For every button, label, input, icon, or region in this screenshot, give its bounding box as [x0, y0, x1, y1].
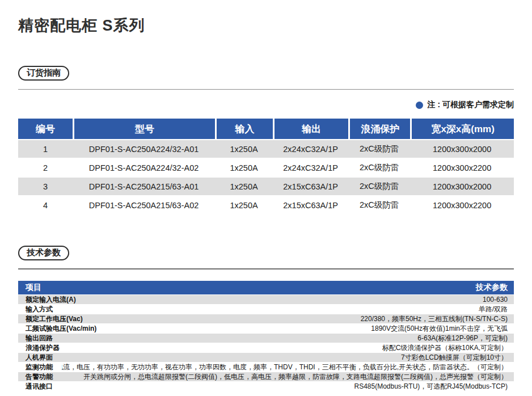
tech-params-header-row: 项目 技术参数: [18, 281, 514, 294]
ordering-table-header-row: 编号型号输入输出浪涌保护宽x深x高(mm): [18, 119, 514, 139]
table-cell: 3: [18, 178, 73, 195]
param-label: 输出回路: [26, 334, 53, 343]
table-row: 1DPF01-S-AC250A224/32-A011x250A2x24xC32A…: [18, 140, 514, 158]
table-cell: 2x15xC63A/1P: [273, 196, 348, 214]
table-cell: 1200x300x2200: [410, 159, 514, 176]
table-cell: 1200x300x2000: [410, 178, 514, 195]
note-text: 注 : 可根据客户需求定制: [428, 100, 514, 110]
param-value: RS485(Modbus-RTU)，可选配RJ45(Modbus-TCP): [62, 382, 508, 391]
table-cell: 2x24xC32A/1P: [273, 140, 348, 158]
table-cell: 2xC级防雷: [348, 196, 410, 214]
section-badge-tech-params: 技术参数: [18, 246, 69, 260]
param-label: 工频试验电压(Vac/min): [26, 324, 96, 334]
param-value: 220/380，频率50Hz，三相五线制(TN-S/TN-C-S): [92, 314, 508, 324]
table-cell: 2x24xC32A/1P: [273, 159, 348, 176]
param-value: 6-63A(标准12P-96P，可定制): [62, 334, 508, 343]
param-label: 人机界面: [26, 353, 53, 363]
table-cell: 2xC级防雷: [348, 178, 410, 195]
section-divider: [18, 89, 514, 90]
table-cell: 1x250A: [215, 159, 273, 176]
ordering-table: 编号型号输入输出浪涌保护宽x深x高(mm) 1DPF01-S-AC250A224…: [18, 117, 514, 215]
param-row: 工频试验电压(Vac/min)1890V交流(50Hz有效值)1min不击穿，无…: [18, 324, 514, 333]
table-cell: 2x15xC63A/1P: [273, 178, 348, 195]
tech-params-body: 额定输入电流(A)100-630输入方式单路/双路额定工作电压(Vac)220/…: [18, 295, 514, 391]
bullet-circle-icon: [416, 102, 423, 109]
param-value: 开关跳闸或分闸，总电流超限报警(二段阀值)，低电压，高电压，频率越限，防雷故障，…: [62, 372, 508, 382]
column-header: 型号: [73, 119, 215, 139]
column-header: 浪涌保护: [348, 119, 410, 139]
param-label: 额定输入电流(A): [26, 295, 76, 305]
param-label: 输入方式: [26, 305, 53, 314]
section-divider: [18, 268, 514, 269]
page-title: 精密配电柜 S系列: [18, 16, 514, 35]
param-value: 单路/双路: [62, 305, 508, 314]
page: 精密配电柜 S系列 订货指南 注 : 可根据客户需求定制 编号型号输入输出浪涌保…: [0, 16, 532, 391]
param-label: 额定工作电压(Vac): [26, 314, 83, 324]
table-cell: 1200x300x2200: [410, 196, 514, 214]
param-value: 1890V交流(50Hz有效值)1min不击穿，无飞弧: [105, 324, 508, 334]
param-value: 标配C级浪涌保护器（标称10KA,可定制）: [69, 343, 508, 353]
param-label: 浪涌保护器: [26, 343, 60, 353]
param-row: 人机界面7寸彩色LCD触摸屏（可定制10寸）: [18, 353, 514, 362]
param-label: 通讯接口: [26, 382, 53, 391]
table-cell: DPF01-S-AC250A215/63-A01: [73, 178, 215, 195]
table-cell: 2xC级防雷: [348, 140, 410, 158]
section-badge-ordering-guide: 订货指南: [18, 66, 69, 81]
table-cell: 2: [18, 159, 73, 176]
param-label: 监测功能: [26, 363, 53, 372]
table-cell: DPF01-S-AC250A215/63-A02: [73, 196, 215, 214]
tech-params-table: 项目 技术参数 额定输入电流(A)100-630输入方式单路/双路额定工作电压(…: [18, 281, 514, 391]
table-row: 3DPF01-S-AC250A215/63-A011x250A2x15xC63A…: [18, 178, 514, 195]
param-label: 告警功能: [26, 372, 53, 382]
table-cell: 2xC级防雷: [348, 159, 410, 176]
param-row: 额定工作电压(Vac)220/380，频率50Hz，三相五线制(TN-S/TN-…: [18, 314, 514, 323]
column-header: 输入: [215, 119, 273, 139]
param-value: 7寸彩色LCD触摸屏（可定制10寸）: [62, 353, 508, 363]
column-header: 输出: [273, 119, 348, 139]
column-header: 编号: [18, 119, 73, 139]
param-value: 100-630: [85, 296, 508, 304]
ordering-table-body: 1DPF01-S-AC250A224/32-A011x250A2x24xC32A…: [18, 140, 514, 214]
param-row: 输出回路6-63A(标准12P-96P，可定制): [18, 334, 514, 343]
column-header-item: 项目: [26, 283, 41, 293]
table-cell: 1x250A: [215, 140, 273, 158]
table-cell: 1x250A: [215, 178, 273, 195]
param-row: 输入方式单路/双路: [18, 305, 514, 314]
custom-note: 注 : 可根据客户需求定制: [18, 100, 514, 110]
param-row: 监测功能电流，电压，有功功率，无功功率，视在功率，功率因数，电度，频率，THDV…: [18, 363, 514, 372]
table-cell: 1200x300x2000: [410, 140, 514, 158]
param-row: 告警功能开关跳闸或分闸，总电流超限报警(二段阀值)，低电压，高电压，频率越限，防…: [18, 372, 514, 381]
param-row: 通讯接口RS485(Modbus-RTU)，可选配RJ45(Modbus-TCP…: [18, 382, 514, 391]
table-cell: DPF01-S-AC250A224/32-A01: [73, 140, 215, 158]
column-header-value: 技术参数: [476, 283, 508, 293]
param-row: 浪涌保护器标配C级浪涌保护器（标称10KA,可定制）: [18, 343, 514, 352]
table-cell: 4: [18, 196, 73, 214]
table-cell: 1x250A: [215, 196, 273, 214]
param-value: 电流，电压，有功功率，无功功率，视在功率，功率因数，电度，频率，THDV，THD…: [62, 363, 508, 372]
table-cell: 1: [18, 140, 73, 158]
table-cell: DPF01-S-AC250A224/32-A02: [73, 159, 215, 176]
param-row: 额定输入电流(A)100-630: [18, 295, 514, 304]
table-row: 2DPF01-S-AC250A224/32-A021x250A2x24xC32A…: [18, 159, 514, 176]
column-header: 宽x深x高(mm): [410, 119, 514, 139]
table-row: 4DPF01-S-AC250A215/63-A021x250A2x15xC63A…: [18, 196, 514, 214]
